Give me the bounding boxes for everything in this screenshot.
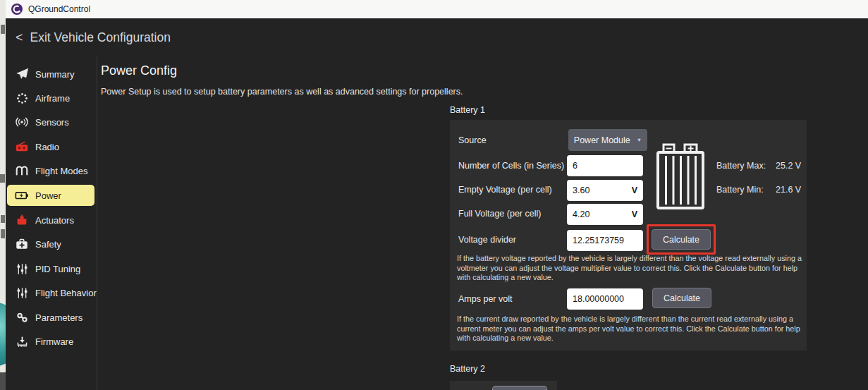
full-voltage-input[interactable]: 4.20 V — [567, 204, 643, 225]
back-chevron-icon: < — [16, 31, 23, 44]
amps-per-volt-calculate-button[interactable]: Calculate — [652, 288, 711, 308]
sidebar-item-power[interactable]: Power — [7, 185, 94, 206]
voltage-divider-input[interactable]: 12.25173759 — [567, 230, 643, 251]
background-glyph — [1, 25, 5, 34]
source-label: Source — [458, 135, 487, 145]
sidebar-item-label: Actuators — [35, 215, 74, 226]
chevron-down-icon: ▼ — [637, 137, 642, 143]
page-subtitle: Power Setup is used to setup battery par… — [101, 87, 463, 97]
amps-per-volt-help-text: If the current draw reported by the vehi… — [457, 315, 804, 343]
full-voltage-label: Full Voltage (per cell) — [458, 209, 541, 219]
voltage-divider-calculate-button[interactable]: Calculate — [652, 229, 711, 250]
sidebar-item-label: PID Tuning — [35, 264, 80, 274]
amps-per-volt-value: 18.00000000 — [573, 294, 624, 304]
radio-icon — [14, 139, 30, 154]
amps-per-volt-label: Amps per volt — [458, 294, 512, 304]
sidebar-item-summary[interactable]: Summary — [7, 63, 94, 85]
sidebar-item-sensors[interactable]: Sensors — [7, 111, 94, 133]
sidebar-item-parameters[interactable]: Parameters — [7, 307, 94, 328]
wave-icon — [14, 163, 30, 178]
sliders-icon — [14, 261, 30, 276]
page-title: Power Config — [101, 63, 177, 78]
qgroundcontrol-logo-icon — [11, 4, 23, 15]
full-voltage-unit: V — [632, 209, 637, 219]
battery-max-label: Battery Max: — [716, 161, 766, 171]
cells-input-value: 6 — [573, 161, 577, 171]
sliders-icon — [14, 285, 30, 300]
battery-bolt-icon — [14, 188, 30, 203]
chain-link-icon — [14, 310, 30, 325]
sidebar-item-label: Power — [35, 190, 61, 201]
sidebar-item-label: Parameters — [35, 312, 82, 323]
sidebar-item-safety[interactable]: Safety — [7, 233, 94, 255]
sidebar-item-flight-modes[interactable]: Flight Modes — [7, 160, 94, 181]
battery2-source-dropdown[interactable] — [492, 386, 547, 390]
sidebar-item-firmware[interactable]: Firmware — [7, 331, 94, 352]
battery2-section-label: Battery 2 — [450, 364, 485, 374]
first-aid-kit-icon — [14, 236, 30, 252]
empty-voltage-value: 3.60 — [573, 185, 589, 195]
battery-max-value: 25.2 V — [776, 161, 801, 171]
battery1-section-label: Battery 1 — [450, 105, 485, 115]
background-glyph — [1, 229, 5, 238]
empty-voltage-input[interactable]: 3.60 V — [567, 180, 643, 201]
sidebar-item-label: Flight Behavior — [35, 288, 97, 298]
voltage-divider-help-text: If the battery voltage reported by the v… — [457, 254, 804, 283]
dotted-circle-icon — [14, 90, 30, 106]
header-title: Exit Vehicle Configuration — [30, 30, 171, 45]
window-titlebar: QGroundControl — [6, 0, 868, 18]
battery-min-label: Battery Min: — [716, 185, 764, 195]
paper-plane-icon — [14, 66, 30, 82]
voltage-divider-value: 12.25173759 — [573, 236, 624, 245]
sidebar-item-label: Summary — [35, 69, 75, 80]
sidebar-item-airframe[interactable]: Airframe — [7, 87, 94, 109]
empty-voltage-label: Empty Voltage (per cell) — [458, 185, 552, 195]
sidebar-item-label: Firmware — [35, 336, 73, 347]
sidebar-item-pid-tuning[interactable]: PID Tuning — [7, 258, 94, 279]
cells-label: Number of Cells (in Series) — [458, 161, 564, 171]
window-title: QGroundControl — [28, 4, 90, 14]
calculate-highlight-box: Calculate — [647, 224, 716, 255]
background-glyph — [1, 215, 5, 223]
sidebar-item-actuators[interactable]: Actuators — [7, 209, 94, 231]
sidebar-item-label: Sensors — [35, 117, 69, 128]
sidebar-item-radio[interactable]: Radio — [7, 136, 94, 157]
sidebar-item-label: Flight Modes — [35, 166, 87, 176]
battery-min-value: 21.6 V — [776, 185, 801, 195]
sidebar-item-label: Safety — [35, 239, 61, 250]
battery1-panel: Source Power Module ▼ Battery Max: 25.2 … — [450, 120, 807, 351]
motor-icon — [14, 212, 30, 228]
app-header: < Exit Vehicle Configuration — [6, 18, 868, 56]
background-glyph — [0, 174, 5, 183]
background-image-fragment — [0, 302, 6, 367]
full-voltage-value: 4.20 — [573, 209, 589, 219]
chip-download-icon — [14, 334, 30, 349]
exit-vehicle-configuration-button[interactable]: < Exit Vehicle Configuration — [16, 30, 171, 45]
signal-icon — [14, 114, 30, 130]
sidebar-item-flight-behavior[interactable]: Flight Behavior — [7, 282, 94, 303]
voltage-divider-label: Voltage divider — [458, 235, 516, 245]
cells-input[interactable]: 6 — [567, 155, 643, 176]
sidebar-item-label: Airframe — [35, 93, 70, 104]
battery-graphic-icon — [656, 142, 705, 210]
sidebar-item-label: Radio — [35, 142, 59, 152]
source-dropdown[interactable]: Power Module ▼ — [568, 129, 647, 151]
amps-per-volt-input[interactable]: 18.00000000 — [567, 288, 643, 310]
empty-voltage-unit: V — [632, 185, 637, 195]
background-dark-fragment — [0, 372, 6, 390]
source-dropdown-value: Power Module — [574, 135, 630, 145]
battery2-panel — [450, 381, 557, 390]
config-sidebar: Summary Airframe Sensors — [6, 56, 97, 390]
background-window-sliver — [0, 0, 6, 390]
